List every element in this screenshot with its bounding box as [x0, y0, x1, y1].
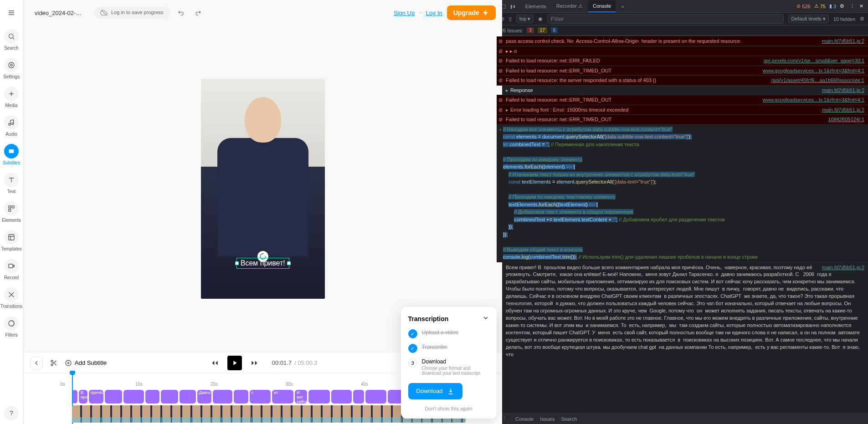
console-line[interactable]: Failed to load resource: the server resp… [497, 76, 868, 86]
timeline-clip[interactable]: И вот сейчас [295, 390, 307, 404]
help-button[interactable]: ? [0, 402, 23, 424]
timeline-clip[interactable] [331, 390, 352, 404]
step-download: 3DownloadChoose your format and download… [408, 358, 489, 376]
eye-icon[interactable]: ◉ [538, 16, 543, 22]
upgrade-button[interactable]: Upgrade [447, 5, 496, 20]
add-subtitle-button[interactable]: Add Subtitle [65, 359, 107, 367]
console-line[interactable]: Failed to load resource: net::ERR_TIMED_… [497, 95, 868, 105]
text-icon [4, 173, 19, 187]
transitions-icon [4, 287, 19, 302]
console-line[interactable]: Failed to load resource: net::ERR_TIMED_… [497, 115, 868, 125]
svg-rect-10 [9, 235, 14, 240]
transcription-popup: Transcription ✓Upload a video ✓Transcrib… [401, 307, 497, 419]
step-upload: ✓Upload a video [408, 329, 489, 338]
play-button[interactable] [227, 356, 242, 370]
timeline-clip[interactable]: причёска. [89, 390, 103, 404]
timeline-clip[interactable] [213, 390, 232, 404]
back-button[interactable] [30, 357, 43, 369]
sidebar-item-text[interactable]: Text [0, 169, 23, 198]
console-line[interactable]: ▸Responsemain.fd7d5b51.js:2 [497, 86, 868, 96]
console-line[interactable]: ▸ ▸ o [497, 46, 868, 56]
forward-button[interactable] [248, 357, 261, 369]
timeline-clip[interactable] [145, 390, 159, 404]
chevron-down-icon[interactable] [482, 314, 489, 323]
sidebar-item-media[interactable]: Media [0, 83, 23, 112]
sidebar-item-templates[interactable]: Templates [0, 226, 23, 255]
svg-point-0 [9, 34, 13, 38]
console-line[interactable]: Failed to load resource: net::ERR_FAILED… [497, 56, 868, 66]
sidebar-item-filters[interactable]: Filters [0, 312, 23, 341]
timeline-clip[interactable] [105, 390, 122, 404]
rewind-button[interactable] [208, 357, 221, 369]
note-icon [4, 115, 19, 130]
search-icon [4, 29, 19, 44]
split-button[interactable] [47, 357, 60, 369]
project-title[interactable]: video_2024-02-07_... [30, 7, 89, 19]
hidden-count[interactable]: 10 hidden [833, 16, 855, 22]
drawer-search[interactable]: Search [561, 416, 577, 422]
menu-icon[interactable] [4, 5, 19, 20]
dismiss-link[interactable]: Don't show this again [408, 406, 489, 411]
console-input[interactable]: ›// Находим все элементы с атрибутом dat… [497, 125, 868, 262]
sidebar-toggle-icon[interactable]: ▯ [509, 16, 512, 22]
gear-icon[interactable]: ⚙ [860, 16, 864, 22]
sidebar: SearchSettingsMediaAudioSubtitlesTextEle… [0, 0, 23, 424]
tab-more[interactable]: » [616, 1, 628, 12]
svg-point-2 [9, 62, 14, 68]
info-count[interactable]: ▮ 3 [829, 3, 836, 9]
undo-button[interactable] [174, 5, 189, 20]
filter-input[interactable] [547, 14, 783, 24]
login-hint[interactable]: Log in to save progress [94, 6, 169, 19]
device-icon[interactable]: ⫿▯ [508, 4, 518, 9]
issues-bar[interactable]: 26 Issues: 3 17 6 [497, 26, 868, 36]
tab-elements[interactable]: Elements [521, 1, 551, 12]
timeline-clip[interactable]: ит [272, 390, 293, 404]
video-canvas[interactable]: Всем привет! [24, 26, 502, 352]
step-transcribe: ✓Transcribe [408, 344, 489, 353]
subtitle-overlay[interactable]: Всем привет! [236, 258, 289, 269]
console-line[interactable]: Failed to load resource: net::ERR_TIMED_… [497, 66, 868, 76]
drawer-issues[interactable]: Issues [540, 416, 555, 422]
close-icon[interactable]: ✕ [858, 3, 865, 9]
settings-icon [4, 58, 19, 72]
console-output[interactable]: pass access control check. No Access-Con… [497, 36, 868, 413]
plus-icon [4, 87, 19, 101]
timeline-clip[interactable] [234, 390, 248, 404]
time-display: 00:01.7/ 05:00.3 [272, 359, 318, 366]
timeline-clip[interactable]: с [250, 390, 271, 404]
tab-console[interactable]: Console [588, 0, 616, 12]
filters-icon [4, 316, 19, 331]
svg-rect-11 [9, 264, 13, 268]
sidebar-item-elements[interactable]: Elements [0, 198, 23, 226]
levels-select[interactable]: Default levels ▾ [788, 15, 829, 23]
console-line[interactable]: ▸Error loading font : Error: 15000ms tim… [497, 105, 868, 115]
timeline-clip[interactable] [180, 390, 195, 404]
timeline-clip[interactable] [308, 390, 330, 404]
sidebar-item-settings[interactable]: Settings [0, 54, 23, 83]
redo-button[interactable] [190, 5, 205, 20]
timeline-clip[interactable]: Давно [197, 390, 211, 404]
devtools: ⬚ ⫿▯ | Elements Recorder ⚠ Console » ⊘ 5… [497, 0, 868, 424]
timeline-clip[interactable] [123, 390, 144, 404]
warning-count[interactable]: ⚠ 75 [814, 3, 826, 9]
sidebar-item-subtitles[interactable]: Subtitles [0, 140, 23, 169]
svg-point-4 [12, 123, 14, 125]
log-in-link[interactable]: Log In [426, 10, 442, 16]
error-count[interactable]: ⊘ 526 [796, 3, 810, 9]
sidebar-item-audio[interactable]: Audio [0, 112, 23, 140]
context-select[interactable]: top ▾ [516, 15, 534, 23]
timeline-clip[interactable] [353, 390, 364, 404]
sign-up-link[interactable]: Sign Up [394, 10, 415, 16]
drawer-console[interactable]: Console [515, 416, 534, 422]
timeline-clip[interactable] [365, 390, 386, 404]
gear-icon[interactable]: ⚙ [837, 3, 847, 9]
timeline-clip[interactable] [161, 390, 178, 404]
kebab-icon[interactable]: ⋮ [848, 3, 857, 9]
sidebar-item-record[interactable]: Record [0, 255, 23, 284]
download-button[interactable]: Download [408, 383, 463, 399]
tab-recorder[interactable]: Recorder ⚠ [552, 0, 587, 12]
timeline-clip[interactable]: В прошлом [79, 390, 87, 404]
sidebar-item-transitions[interactable]: Transitions [0, 284, 23, 312]
sidebar-item-search[interactable]: Search [0, 26, 23, 54]
console-line[interactable]: pass access control check. No Access-Con… [497, 36, 868, 46]
